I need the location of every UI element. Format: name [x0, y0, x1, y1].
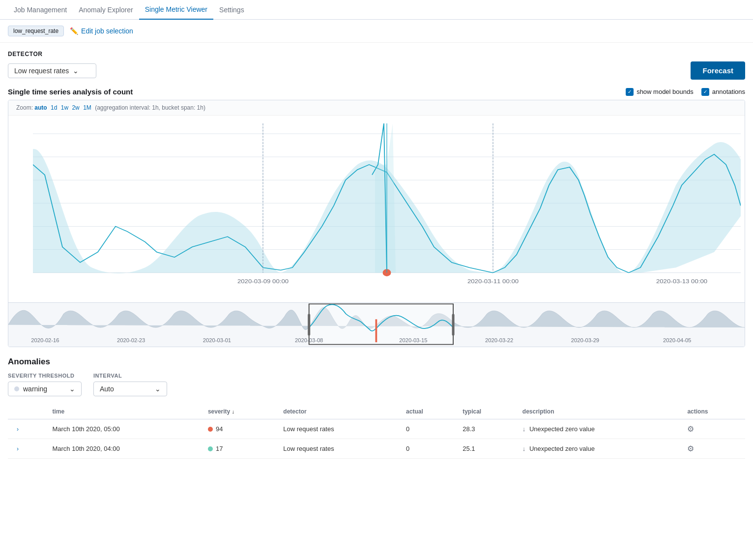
main-chart-svg: 0 5 10 15 20 25 30 — [33, 123, 741, 298]
zoom-auto[interactable]: auto — [34, 104, 47, 111]
chart-title: Single time series analysis of count — [8, 88, 133, 96]
top-nav: Job Management Anomaly Explorer Single M… — [0, 0, 753, 20]
forecast-button[interactable]: Forecast — [691, 61, 745, 80]
svg-text:2020-02-16: 2020-02-16 — [31, 338, 59, 343]
desc-arrow-icon: ↓ — [522, 445, 526, 452]
anomalies-section: Anomalies Severity threshold warning ⌄ I… — [8, 357, 745, 459]
anomaly-table: time severity ↓ detector actual typical … — [8, 404, 745, 459]
desc-arrow-icon: ↓ — [522, 425, 526, 433]
main-chart-area: 0 5 10 15 20 25 30 — [8, 116, 745, 302]
col-actual: actual — [400, 404, 457, 419]
table-row: › March 10th 2020, 05:00 94 Low request … — [8, 419, 745, 439]
aggregation-info: (aggregation interval: 1h, bucket span: … — [95, 104, 205, 111]
show-model-bounds-checkbox[interactable]: ✓ show model bounds — [626, 88, 694, 96]
nav-anomaly-explorer[interactable]: Anomaly Explorer — [73, 0, 139, 20]
interval-dropdown[interactable]: Auto ⌄ — [93, 382, 167, 396]
chevron-down-icon: ⌄ — [69, 385, 75, 393]
anomaly-typical-1: 28.3 — [457, 419, 517, 439]
zoom-1w[interactable]: 1w — [61, 104, 68, 111]
severity-threshold-dropdown[interactable]: warning ⌄ — [8, 382, 82, 396]
edit-job-label: Edit job selection — [81, 27, 133, 35]
minimap-area[interactable]: 2020-02-16 2020-02-23 2020-03-01 2020-03… — [8, 302, 745, 347]
severity-number-2: 17 — [216, 445, 223, 452]
anomaly-actual-1: 0 — [400, 419, 457, 439]
col-severity[interactable]: severity ↓ — [202, 404, 277, 419]
zoom-1m[interactable]: 1M — [83, 104, 91, 111]
anomaly-typical-2: 25.1 — [457, 439, 517, 459]
svg-text:2020-03-22: 2020-03-22 — [485, 338, 513, 343]
svg-rect-32 — [308, 314, 310, 336]
zoom-2w[interactable]: 2w — [72, 104, 79, 111]
col-detector: detector — [277, 404, 400, 419]
svg-text:2020-03-15: 2020-03-15 — [399, 338, 427, 343]
main-content: Detector Low request rates ⌄ Forecast Si… — [0, 43, 753, 467]
detector-label: Detector — [8, 51, 745, 58]
table-row: › March 10th 2020, 04:00 17 Low request … — [8, 439, 745, 459]
zoom-1d[interactable]: 1d — [51, 104, 57, 111]
col-expand — [8, 404, 46, 419]
severity-dot-blue-icon — [208, 446, 213, 451]
nav-settings[interactable]: Settings — [213, 0, 250, 20]
detector-section: Detector Low request rates ⌄ Forecast — [8, 51, 745, 80]
severity-filter-group: Severity threshold warning ⌄ — [8, 373, 82, 396]
col-typical: typical — [457, 404, 517, 419]
chevron-down-icon: ⌄ — [73, 67, 79, 75]
chart-options: ✓ show model bounds ✓ annotations — [626, 88, 745, 96]
model-bounds-check-icon: ✓ — [626, 88, 634, 96]
severity-threshold-label: Severity threshold — [8, 373, 82, 379]
svg-rect-22 — [309, 304, 453, 344]
svg-text:2020-04-05: 2020-04-05 — [663, 338, 691, 343]
svg-rect-23 — [376, 319, 377, 342]
annotations-label: annotations — [712, 88, 745, 95]
col-actions: actions — [681, 404, 745, 419]
anomaly-severity-1: 94 — [202, 419, 277, 439]
edit-job-selection-button[interactable]: ✏️ Edit job selection — [70, 27, 133, 35]
detector-row: Low request rates ⌄ Forecast — [8, 61, 745, 80]
svg-text:2020-03-29: 2020-03-29 — [571, 338, 599, 343]
anomaly-severity-2: 17 — [202, 439, 277, 459]
svg-text:2020-03-08: 2020-03-08 — [295, 338, 323, 343]
detector-dropdown[interactable]: Low request rates ⌄ — [8, 63, 96, 78]
table-header: time severity ↓ detector actual typical … — [8, 404, 745, 419]
col-description: description — [517, 404, 682, 419]
sort-icon: ↓ — [232, 409, 235, 414]
severity-dot-red-icon — [208, 427, 213, 432]
severity-dot-icon — [14, 386, 19, 391]
gear-icon-2[interactable]: ⚙ — [687, 444, 694, 453]
anomaly-time-1: March 10th 2020, 05:00 — [46, 419, 202, 439]
anomaly-detector-2: Low request rates — [277, 439, 400, 459]
svg-text:2020-03-09 00:00: 2020-03-09 00:00 — [237, 278, 289, 284]
chart-header: Single time series analysis of count ✓ s… — [8, 88, 745, 96]
svg-text:2020-03-11 00:00: 2020-03-11 00:00 — [467, 278, 519, 284]
filters-row: Severity threshold warning ⌄ Interval Au… — [8, 373, 745, 396]
nav-job-management[interactable]: Job Management — [8, 0, 73, 20]
anomalies-title: Anomalies — [8, 357, 745, 367]
job-bar: low_request_rate ✏️ Edit job selection — [0, 20, 753, 43]
detector-selected-value: Low request rates — [14, 67, 69, 75]
interval-value: Auto — [100, 385, 114, 393]
annotations-checkbox[interactable]: ✓ annotations — [701, 88, 745, 96]
svg-text:2020-03-01: 2020-03-01 — [203, 338, 231, 343]
svg-rect-33 — [452, 314, 455, 336]
severity-number-1: 94 — [216, 425, 223, 433]
gear-icon-1[interactable]: ⚙ — [687, 425, 694, 433]
anomaly-description-2: ↓ Unexpected zero value — [517, 439, 682, 459]
svg-text:2020-02-23: 2020-02-23 — [117, 338, 145, 343]
expand-row-button-2[interactable]: › — [14, 444, 22, 453]
severity-value: warning — [23, 385, 47, 393]
anomaly-description-1: ↓ Unexpected zero value — [517, 419, 682, 439]
expand-row-button-1[interactable]: › — [14, 425, 22, 434]
pencil-icon: ✏️ — [70, 27, 78, 35]
anomaly-time-2: March 10th 2020, 04:00 — [46, 439, 202, 459]
minimap-svg: 2020-02-16 2020-02-23 2020-03-01 2020-03… — [8, 303, 745, 347]
chart-container: Zoom: auto 1d 1w 2w 1M (aggregation inte… — [8, 100, 745, 347]
svg-text:2020-03-13 00:00: 2020-03-13 00:00 — [656, 278, 707, 284]
job-id-badge: low_request_rate — [8, 26, 64, 36]
zoom-bar: Zoom: auto 1d 1w 2w 1M (aggregation inte… — [8, 100, 745, 116]
chevron-down-icon: ⌄ — [155, 385, 161, 393]
zoom-text: Zoom: — [16, 104, 33, 111]
annotations-check-icon: ✓ — [701, 88, 709, 96]
anomaly-table-body: › March 10th 2020, 05:00 94 Low request … — [8, 419, 745, 459]
nav-single-metric-viewer[interactable]: Single Metric Viewer — [139, 0, 213, 20]
interval-filter-group: Interval Auto ⌄ — [93, 373, 167, 396]
